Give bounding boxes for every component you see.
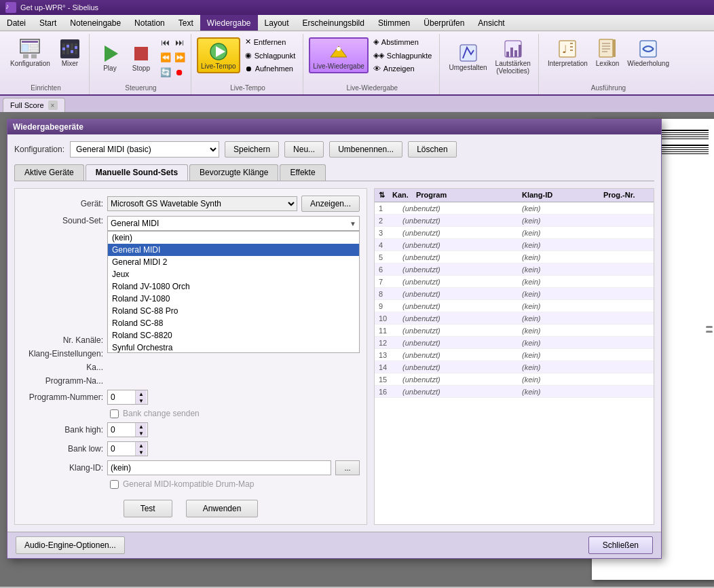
dropdown-item-kein[interactable]: (kein): [108, 232, 359, 244]
menu-start[interactable]: Start: [33, 15, 63, 31]
ribbon-btn-wiederholung[interactable]: Wiederholung: [624, 35, 673, 70]
menu-datei[interactable]: Datei: [0, 15, 33, 31]
dropdown-item-synful[interactable]: Synful Orchestra: [108, 342, 359, 353]
schlagpunkte-label: Schlagpunkte: [387, 52, 432, 60]
tab-effekte[interactable]: Effekte: [280, 164, 325, 181]
ribbon-btn-prev[interactable]: ⏪: [159, 50, 172, 64]
table-row[interactable]: 11 (unbenutzt) (kein): [375, 325, 654, 337]
ribbon-btn-konfiguration[interactable]: Konfiguration: [7, 35, 54, 70]
table-row[interactable]: 14 (unbenutzt) (kein): [375, 361, 654, 373]
ribbon-btn-next[interactable]: ⏩: [173, 50, 187, 64]
dropdown-item-jeux[interactable]: Jeux: [108, 268, 359, 280]
umbenennen-button[interactable]: Umbenennen...: [329, 141, 402, 158]
neu-button[interactable]: Neu...: [284, 141, 324, 158]
tab-aktive-geraete[interactable]: Aktive Geräte: [14, 164, 84, 181]
dropdown-item-general-midi-2[interactable]: General MIDI 2: [108, 256, 359, 268]
th-klang[interactable]: Klang-ID: [518, 191, 599, 200]
dropdown-item-roland-sc88-pro[interactable]: Roland SC-88 Pro: [108, 305, 359, 317]
tab-bevorzugte-klaenge[interactable]: Bevorzugte Klänge: [189, 164, 278, 181]
menu-notation[interactable]: Notation: [128, 15, 172, 31]
ribbon-btn-schlagpunkte[interactable]: ◈◈ Schlagpunkte: [370, 49, 436, 62]
menu-stimmen[interactable]: Stimmen: [371, 15, 417, 31]
doc-tab-fullscore[interactable]: Full Score ×: [3, 98, 65, 112]
bank-change-checkbox[interactable]: [110, 409, 119, 418]
speichern-button[interactable]: Speichern: [225, 141, 279, 158]
audio-engine-button[interactable]: Audio-Engine-Optionen...: [16, 536, 125, 554]
dropdown-item-roland-sc88[interactable]: Roland SC-88: [108, 317, 359, 329]
config-select[interactable]: General MIDI (basic): [70, 141, 219, 158]
ribbon-btn-abstimmen[interactable]: ◈ Abstimmen: [370, 35, 436, 48]
table-row[interactable]: 2 (unbenutzt) (kein): [375, 215, 654, 227]
table-row[interactable]: 8 (unbenutzt) (kein): [375, 288, 654, 300]
klang-id-input[interactable]: [107, 460, 331, 475]
table-row[interactable]: 12 (unbenutzt) (kein): [375, 337, 654, 349]
ribbon-btn-schlagpunkt[interactable]: ◉ Schlagpunkt: [242, 49, 299, 62]
menu-layout[interactable]: Layout: [258, 15, 296, 31]
menu-ansicht[interactable]: Ansicht: [471, 15, 511, 31]
bank-high-up[interactable]: ▲: [136, 423, 147, 430]
table-row[interactable]: 7 (unbenutzt) (kein): [375, 276, 654, 288]
bank-high-input[interactable]: [108, 424, 135, 435]
dropdown-item-roland-jv1080-orch[interactable]: Roland JV-1080 Orch: [108, 280, 359, 293]
bank-low-input[interactable]: [108, 443, 135, 454]
ribbon-btn-loop[interactable]: 🔄: [159, 65, 172, 79]
ribbon-btn-livetempe[interactable]: Live-Tempo: [197, 37, 240, 73]
ribbon-btn-mixer[interactable]: Mixer: [55, 35, 85, 70]
ribbon-btn-play[interactable]: Play: [95, 40, 125, 75]
ribbon-btn-anzeigen[interactable]: 👁 Anzeigen: [370, 62, 436, 75]
table-row[interactable]: 16 (unbenutzt) (kein): [375, 386, 654, 398]
menu-text[interactable]: Text: [172, 15, 200, 31]
menu-wiedergabe[interactable]: Wiedergabe: [200, 15, 258, 31]
geraet-select[interactable]: Microsoft GS Wavetable Synth: [107, 196, 297, 211]
menu-erscheinungsbild[interactable]: Erscheinungsbild: [296, 15, 371, 31]
ribbon-btn-aufnehmen[interactable]: ⏺ Aufnehmen: [242, 62, 299, 75]
programm-nummer-input[interactable]: [108, 392, 135, 403]
ribbon-btn-livewiedergabe[interactable]: Live-Wiedergabe: [309, 37, 369, 73]
programm-nummer-up[interactable]: ▲: [136, 390, 147, 397]
bank-low-up[interactable]: ▲: [136, 442, 147, 449]
dropdown-item-general-midi[interactable]: General MIDI: [108, 244, 359, 256]
bank-high-down[interactable]: ▼: [136, 430, 147, 437]
livetempo-label: Live-Tempo: [201, 62, 236, 70]
th-program[interactable]: Program: [412, 191, 518, 200]
test-button[interactable]: Test: [124, 500, 172, 517]
programm-nummer-down[interactable]: ▼: [136, 397, 147, 404]
svg-rect-13: [71, 50, 73, 53]
table-row[interactable]: 13 (unbenutzt) (kein): [375, 349, 654, 361]
menu-ueberpruefen[interactable]: Überprüfen: [417, 15, 471, 31]
table-row[interactable]: 6 (unbenutzt) (kein): [375, 263, 654, 276]
tab-manuelle-soundsets[interactable]: Manuelle Sound-Sets: [86, 164, 188, 181]
table-row[interactable]: 4 (unbenutzt) (kein): [375, 239, 654, 251]
ribbon-btn-interpretation[interactable]: ♩ Interpretation: [544, 35, 591, 70]
prev-icon: ⏪: [160, 52, 171, 62]
drum-map-checkbox[interactable]: [110, 480, 119, 489]
loeschen-button[interactable]: Löschen: [408, 141, 456, 158]
ribbon-btn-lexikon[interactable]: Lexikon: [593, 35, 622, 70]
td-kan: 15: [375, 375, 398, 384]
table-row[interactable]: 9 (unbenutzt) (kein): [375, 300, 654, 312]
doc-tab-close[interactable]: ×: [48, 100, 58, 110]
th-prog-nr[interactable]: Prog.-Nr.: [599, 191, 654, 200]
ribbon-btn-umgestalten[interactable]: Umgestalten: [445, 39, 490, 74]
klang-id-button[interactable]: ...: [335, 460, 360, 475]
table-row[interactable]: 5 (unbenutzt) (kein): [375, 251, 654, 263]
ribbon-btn-rewind[interactable]: ⏮: [159, 35, 172, 49]
ribbon-btn-fastforward[interactable]: ⏭: [173, 35, 187, 49]
sound-set-display[interactable]: General MIDI ▼: [107, 216, 360, 231]
table-row[interactable]: 10 (unbenutzt) (kein): [375, 312, 654, 325]
ribbon-btn-lautstaerken[interactable]: Lautstärken (Velocities): [492, 35, 534, 77]
th-kan[interactable]: Kan.: [388, 191, 412, 200]
bank-low-down[interactable]: ▼: [136, 449, 147, 456]
anzeigen-button[interactable]: Anzeigen...: [301, 196, 360, 212]
table-row[interactable]: 1 (unbenutzt) (kein): [375, 202, 654, 215]
table-row[interactable]: 15 (unbenutzt) (kein): [375, 373, 654, 386]
table-row[interactable]: 3 (unbenutzt) (kein): [375, 227, 654, 239]
menu-noteneingabe[interactable]: Noteneingabe: [63, 15, 128, 31]
ribbon-btn-stopp[interactable]: Stopp: [126, 40, 156, 75]
ribbon-btn-entfernen[interactable]: ✕ Entfernen: [242, 35, 299, 48]
close-button[interactable]: Schließen: [588, 536, 653, 554]
ribbon-btn-record[interactable]: ⏺: [173, 65, 187, 79]
anwenden-button[interactable]: Anwenden: [186, 500, 259, 517]
dropdown-item-roland-jv1080[interactable]: Roland JV-1080: [108, 293, 359, 305]
dropdown-item-roland-sc8820[interactable]: Roland SC-8820: [108, 329, 359, 342]
